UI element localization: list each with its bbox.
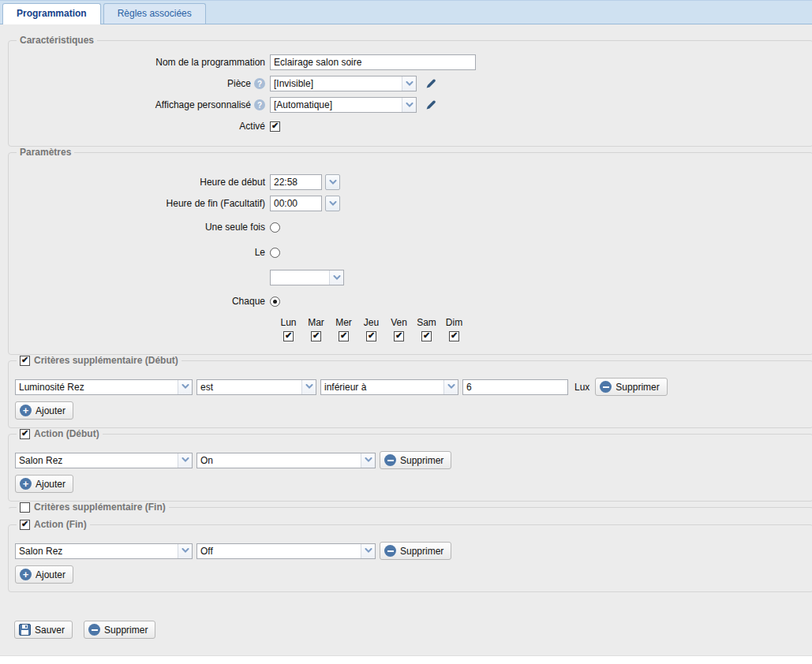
plus-icon [20,405,32,416]
criteria-add-button[interactable]: Ajouter [15,401,73,420]
chevron-down-icon[interactable] [361,453,375,468]
chevron-down-icon[interactable] [325,174,340,190]
day-checkbox[interactable] [366,331,376,341]
action-fin-delete-button[interactable]: Supprimer [380,542,451,560]
action-fin-toggle-checkbox[interactable] [20,520,30,530]
criteria-row: Luminosité Rez est inférieur à Lux [15,378,806,396]
start-time-label-text: Heure de début [200,177,265,188]
end-time-input[interactable] [270,196,322,211]
criteria-value-input[interactable] [462,379,568,395]
on-date-row: Le [15,244,806,260]
action-delete-button[interactable]: Supprimer [380,451,451,469]
tab-regles-associees[interactable]: Règles associées [103,3,206,24]
section-criteres-debut: Critères supplémentaire (Début) Luminosi… [8,355,812,428]
action-add-button[interactable]: Ajouter [15,475,73,493]
day-checkbox[interactable] [421,331,432,341]
action-row: Salon Rez On Supprimer [15,451,806,469]
action-fin-command-select[interactable]: Off [196,543,376,559]
each-label-text: Chaque [232,296,265,307]
criteria-comparator-select[interactable]: inférieur à [320,379,458,395]
criteres-fin-toggle-checkbox[interactable] [20,502,30,513]
action-command-select[interactable]: On [196,453,376,468]
chevron-down-icon[interactable] [402,98,416,112]
day-checkbox[interactable] [449,331,459,341]
minus-icon [88,624,100,636]
chevron-down-icon[interactable] [178,453,192,468]
start-time-label: Heure de début [15,177,265,188]
criteria-operator-select[interactable]: est [196,379,316,395]
name-input[interactable] [270,54,476,70]
chevron-down-icon[interactable] [301,380,316,394]
action-fin-device-select[interactable]: Salon Rez [15,543,193,559]
add-row: Ajouter [15,401,806,420]
day-label: Mar [308,317,324,328]
display-row: Affichage personnalisé ? [Automatique] [15,97,806,113]
end-time-label: Heure de fin (Facultatif) [15,198,265,209]
action-fin-add-label: Ajouter [36,569,65,580]
action-fin-add-button[interactable]: Ajouter [15,565,73,584]
criteres-fin-legend-label: Critères supplémentaire (Fin) [34,502,166,513]
day-label: Lun [280,317,296,328]
each-label: Chaque [15,296,265,307]
action-debut-toggle-checkbox[interactable] [20,429,30,439]
delete-button[interactable]: Supprimer [84,621,155,639]
criteria-add-label: Ajouter [36,405,65,416]
criteria-unit-label: Lux [574,382,589,393]
minus-icon [600,381,612,393]
day-checkbox[interactable] [394,331,404,341]
section-caracteristiques: Caractéristiques Nom de la programmation… [8,35,812,147]
room-select[interactable]: [Invisible] [270,76,417,91]
chevron-down-icon[interactable] [361,544,375,558]
add-row: Ajouter [15,475,806,493]
each-radio[interactable] [270,297,280,307]
start-time-row: Heure de début [15,174,806,190]
tab-programmation[interactable]: Programmation [2,3,101,24]
name-label: Nom de la programmation [15,57,265,68]
caracteristiques-legend-label: Caractéristiques [20,35,94,46]
day-mer: Mer [330,317,357,341]
criteres-debut-legend-label: Critères supplémentaire (Début) [34,355,178,366]
action-row: Salon Rez Off Supprimer [15,542,806,560]
on-date-radio[interactable] [270,248,280,258]
on-date-label-text: Le [255,247,265,258]
parametres-legend-label: Paramètres [20,147,71,158]
enabled-checkbox[interactable] [270,121,280,132]
chevron-down-icon[interactable] [402,76,416,91]
criteria-device-select[interactable]: Luminosité Rez [15,379,193,395]
save-button[interactable]: Sauver [14,621,73,639]
criteria-delete-button[interactable]: Supprimer [595,378,667,396]
criteres-debut-toggle-checkbox[interactable] [20,356,30,366]
day-label: Sam [417,317,436,328]
end-time-label-text: Heure de fin (Facultatif) [167,198,265,209]
day-checkbox[interactable] [339,331,349,341]
day-checkbox[interactable] [311,331,321,341]
action-delete-label: Supprimer [400,455,443,466]
day-checkbox[interactable] [283,331,294,341]
date-select-row [15,270,806,285]
parametres-legend: Paramètres [17,147,74,158]
chevron-down-icon[interactable] [443,380,458,394]
chevron-down-icon[interactable] [178,380,192,394]
edit-pencil-icon[interactable] [425,77,437,90]
add-row: Ajouter [15,565,806,584]
save-floppy-icon [19,624,31,636]
edit-pencil-icon[interactable] [425,99,437,111]
end-time-row: Heure de fin (Facultatif) [15,196,806,211]
criteria-comparator-value: inférieur à [321,380,443,394]
help-icon[interactable]: ? [254,78,265,89]
date-select[interactable] [270,270,344,285]
chevron-down-icon[interactable] [178,544,192,558]
action-device-select[interactable]: Salon Rez [15,453,193,468]
day-label: Mer [335,317,352,328]
section-criteres-fin: Critères supplémentaire (Fin) [8,502,812,519]
day-label: Dim [446,317,462,328]
chevron-down-icon[interactable] [329,270,343,285]
section-action-fin: Action (Fin) Salon Rez Off Supprimer [8,519,812,592]
chevron-down-icon[interactable] [325,196,340,211]
once-radio[interactable] [270,222,280,233]
display-select[interactable]: [Automatique] [270,97,417,113]
display-label-text: Affichage personnalisé [155,99,251,110]
action-debut-legend-label: Action (Début) [34,428,99,439]
start-time-input[interactable] [270,174,322,190]
help-icon[interactable]: ? [254,99,265,110]
